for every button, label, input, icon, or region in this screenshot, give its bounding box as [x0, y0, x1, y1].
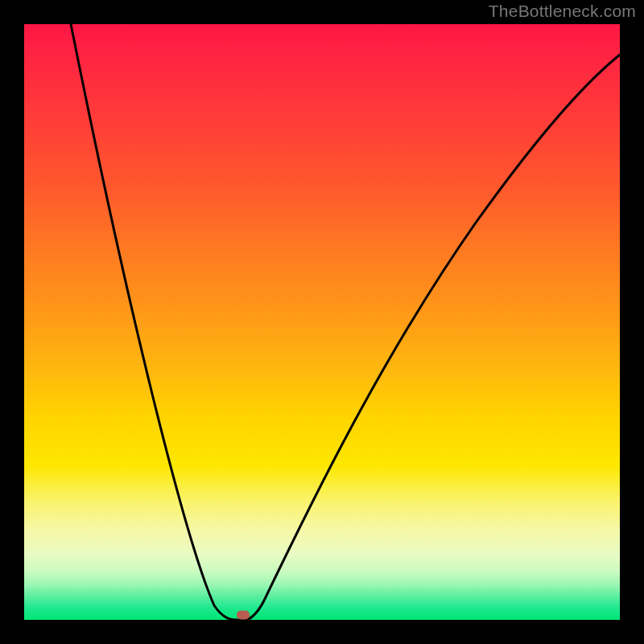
watermark-text: TheBottleneck.com	[489, 2, 636, 21]
optimal-point-marker	[237, 611, 250, 620]
bottleneck-curve	[71, 24, 620, 620]
chart-frame: TheBottleneck.com	[0, 0, 644, 644]
plot-area	[24, 24, 620, 620]
curve-layer	[24, 24, 620, 620]
